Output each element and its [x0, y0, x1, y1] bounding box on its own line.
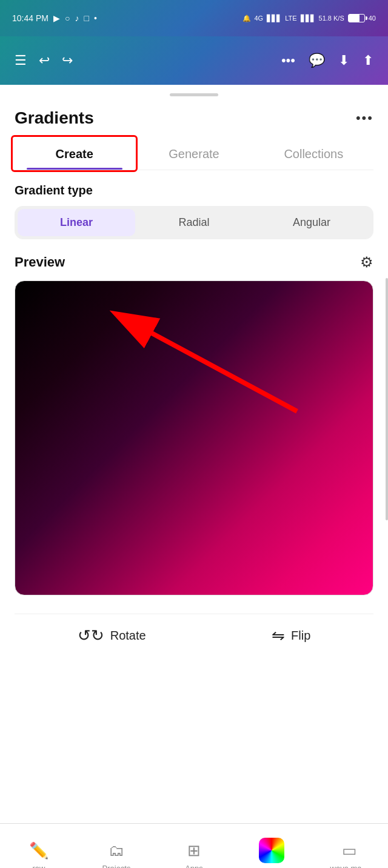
toolbar-left: ☰ ↩ ↪ — [15, 53, 73, 68]
status-bar: 10:44 PM ▶ ○ ♪ □ • 🔔 4G ▋▋▋ LTE ▋▋▋ 51.8… — [0, 0, 388, 36]
time-display: 10:44 PM — [12, 13, 48, 23]
nav-item-projects[interactable]: 🗂 Projects — [92, 841, 141, 869]
download-icon[interactable]: ⬇ — [338, 53, 349, 68]
wavema-icon: ▭ — [342, 841, 357, 860]
preview-settings-icon[interactable]: ⚙ — [360, 254, 373, 271]
preview-label: Preview — [15, 254, 65, 270]
mute-icon: 🔔 — [242, 15, 251, 22]
gradient-preview — [15, 280, 373, 595]
tabs-container: Create Generate Collections — [15, 140, 373, 170]
nav-item-apps[interactable]: ⊞ Apps — [170, 841, 218, 869]
panel-header: Gradients ••• — [15, 108, 373, 128]
flip-label: Flip — [291, 629, 310, 643]
nav-item-wavema[interactable]: ▭ wave ma... — [325, 841, 373, 869]
more-options-icon[interactable]: ••• — [281, 53, 295, 68]
panel-more-options[interactable]: ••• — [356, 110, 373, 126]
tab-generate[interactable]: Generate — [134, 140, 253, 170]
gradient-type-linear[interactable]: Linear — [18, 209, 135, 236]
rotate-icon: ↺↻ — [78, 626, 104, 645]
tab-generate-label: Generate — [169, 147, 219, 161]
flip-icon: ⇋ — [272, 626, 285, 645]
gradient-type-radial[interactable]: Radial — [135, 209, 253, 236]
status-left: 10:44 PM ▶ ○ ♪ □ • — [12, 13, 97, 23]
gradients-icon — [259, 838, 284, 863]
main-wrapper: Gradients ••• Create Generate Collection… — [0, 96, 388, 823]
flip-button[interactable]: ⇋ Flip — [272, 626, 310, 645]
nav-item-draw[interactable]: ✏️ raw — [15, 841, 63, 869]
undo-button[interactable]: ↩ — [39, 53, 50, 68]
status-right: 🔔 4G ▋▋▋ LTE ▋▋▋ 51.8 K/S 40 — [242, 14, 376, 22]
preview-header: Preview ⚙ — [15, 254, 373, 271]
menu-icon[interactable]: ☰ — [15, 53, 27, 68]
instagram-icon: □ — [84, 13, 89, 23]
gradient-type-angular[interactable]: Angular — [253, 209, 370, 236]
gradient-type-selector: Linear Radial Angular — [15, 206, 373, 239]
gradient-type-label: Gradient type — [15, 184, 373, 197]
tiktok-icon: ♪ — [75, 13, 79, 23]
network-icon: 4G — [255, 15, 264, 22]
battery-fill — [349, 15, 360, 22]
bottom-actions: ↺↻ Rotate ⇋ Flip — [15, 614, 373, 660]
comment-icon[interactable]: 💬 — [309, 53, 325, 68]
main-panel: Gradients ••• Create Generate Collection… — [0, 96, 388, 823]
draw-label: raw — [33, 864, 45, 869]
battery-pct: 40 — [369, 15, 376, 22]
panel-title: Gradients — [15, 108, 94, 128]
battery-icon — [348, 14, 365, 22]
share-icon[interactable]: ⬆ — [363, 53, 373, 68]
projects-icon: 🗂 — [109, 841, 124, 860]
nav-item-gradients[interactable]: Gradients — [247, 838, 296, 868]
wavema-label: wave ma... — [330, 864, 369, 869]
dot-icon: • — [94, 13, 97, 23]
drag-handle-container — [0, 85, 388, 96]
signal2-icon: ▋▋▋ — [301, 15, 315, 22]
tab-create[interactable]: Create — [15, 140, 134, 170]
tab-create-label: Create — [56, 147, 93, 161]
projects-label: Projects — [102, 864, 131, 869]
apps-label: Apps — [185, 864, 203, 869]
tab-collections-label: Collections — [284, 147, 343, 161]
tab-collections[interactable]: Collections — [254, 140, 373, 170]
bottom-nav: ✏️ raw 🗂 Projects ⊞ Apps Gradients ▭ wav… — [0, 823, 388, 868]
location-icon: ▶ — [53, 13, 60, 23]
rotate-button[interactable]: ↺↻ Rotate — [78, 626, 146, 645]
draw-icon: ✏️ — [29, 841, 48, 860]
signal-icon: ▋▋▋ — [267, 15, 281, 22]
toolbar-right: ••• 💬 ⬇ ⬆ — [281, 53, 373, 68]
circle-icon: ○ — [65, 13, 70, 23]
scrollbar[interactable] — [386, 278, 388, 520]
apps-icon: ⊞ — [187, 841, 201, 860]
lte-icon: LTE — [285, 15, 296, 22]
toolbar: ☰ ↩ ↪ ••• 💬 ⬇ ⬆ — [0, 36, 388, 85]
speed-icon: 51.8 K/S — [319, 15, 344, 22]
rotate-label: Rotate — [110, 629, 146, 643]
redo-button[interactable]: ↪ — [62, 53, 73, 68]
